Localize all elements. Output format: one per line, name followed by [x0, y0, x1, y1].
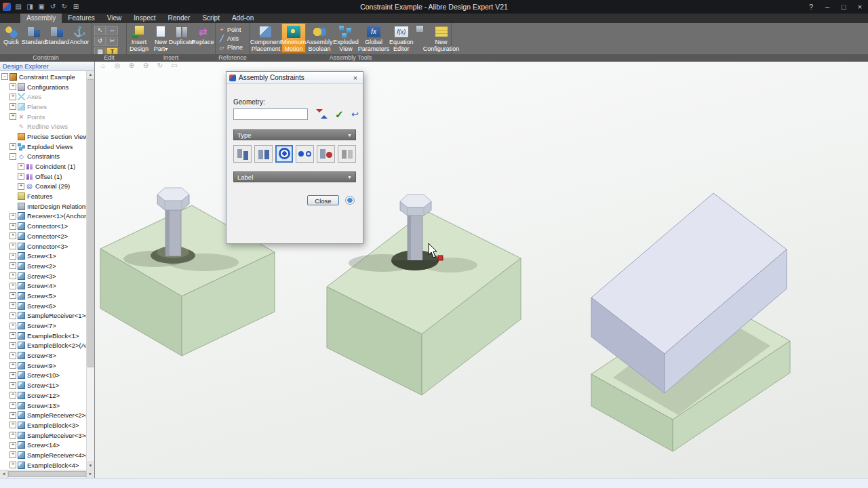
- expand-toggle[interactable]: +: [9, 382, 16, 389]
- edit-scale-icon[interactable]: [106, 26, 118, 35]
- close-button[interactable]: ×: [852, 0, 868, 14]
- tab-assembly[interactable]: Assembly: [20, 14, 62, 23]
- mate-constraint-icon[interactable]: [233, 145, 252, 163]
- expand-toggle[interactable]: +: [9, 451, 16, 458]
- expand-toggle[interactable]: +: [18, 183, 24, 190]
- standard-constraint-button[interactable]: Standard: [22, 23, 45, 53]
- collapse-toggle[interactable]: -: [9, 153, 16, 160]
- tree-item[interactable]: -Constraints: [0, 152, 87, 162]
- edit-rotate-icon[interactable]: [94, 37, 106, 46]
- exploded-view-button[interactable]: Exploded View: [333, 23, 359, 53]
- expand-toggle[interactable]: +: [9, 302, 16, 309]
- tab-view[interactable]: View: [101, 14, 128, 23]
- explorer-horizontal-scrollbar[interactable]: ◄ ►: [0, 470, 94, 478]
- tree-item[interactable]: +Screw<5>: [0, 291, 87, 301]
- expand-toggle[interactable]: +: [9, 412, 16, 419]
- 3d-viewport[interactable]: [95, 62, 868, 478]
- scroll-down-button[interactable]: ▼: [87, 462, 94, 470]
- open-icon[interactable]: [26, 3, 34, 11]
- expand-toggle[interactable]: +: [9, 272, 16, 279]
- tree-item[interactable]: +Screw<8>: [0, 350, 87, 361]
- tree-item[interactable]: +ExampleBlock<2>(Anc: [0, 341, 87, 351]
- tree-item[interactable]: +Screw<3>: [0, 271, 87, 281]
- tree-item[interactable]: +ExampleBlock<4>: [0, 460, 87, 470]
- equation-editor-button[interactable]: f(x) Equation Editor: [389, 23, 414, 53]
- redo-icon[interactable]: [60, 3, 68, 11]
- scroll-right-button[interactable]: ►: [86, 470, 94, 478]
- tree-item[interactable]: +Connector<3>: [0, 241, 87, 251]
- tree-item[interactable]: +Planes: [0, 102, 87, 112]
- dialog-close-button[interactable]: ×: [351, 74, 360, 82]
- tree-item[interactable]: InterDesign Relations: [0, 201, 87, 211]
- expand-toggle[interactable]: +: [9, 243, 16, 249]
- tree-item[interactable]: +Offset (1): [0, 171, 87, 182]
- tree-item[interactable]: +Coaxial (29): [0, 182, 87, 192]
- expand-toggle[interactable]: +: [9, 143, 16, 150]
- expand-toggle[interactable]: +: [18, 163, 24, 170]
- assembly-right-blocks[interactable]: [591, 193, 790, 451]
- tree-item[interactable]: +Points: [0, 112, 87, 122]
- tab-addon[interactable]: Add-on: [226, 14, 260, 23]
- tree-item[interactable]: +SampleReceiver<1>(A: [0, 311, 87, 321]
- edit-trim-icon[interactable]: [106, 37, 118, 46]
- geometry-pick-arrows-button[interactable]: [315, 108, 328, 120]
- tangent-constraint-icon[interactable]: [317, 145, 335, 163]
- fixed-constraint-icon[interactable]: [338, 145, 356, 163]
- tree-item[interactable]: +Screw<4>: [0, 281, 87, 291]
- expand-toggle[interactable]: +: [9, 442, 16, 449]
- tab-inspect[interactable]: Inspect: [127, 14, 161, 23]
- zoom-in-icon[interactable]: [127, 62, 136, 70]
- expand-toggle[interactable]: +: [9, 213, 16, 220]
- quick-constraint-button[interactable]: Quick: [0, 23, 22, 53]
- expand-toggle[interactable]: +: [9, 352, 16, 359]
- tree-item[interactable]: +SampleReceiver<4>(A: [0, 450, 87, 460]
- hscrollbar-thumb[interactable]: [8, 471, 86, 477]
- expand-toggle[interactable]: +: [9, 362, 16, 369]
- undo-constraint-button[interactable]: ↩: [347, 108, 361, 120]
- tree-item[interactable]: +Screw<1>: [0, 251, 87, 261]
- expand-toggle[interactable]: +: [9, 232, 16, 239]
- tree-item[interactable]: +Screw<7>: [0, 321, 87, 331]
- insert-design-button[interactable]: Insert Design: [127, 23, 151, 53]
- view-presets-icon[interactable]: [170, 62, 178, 70]
- dialog-close-action-button[interactable]: Close: [307, 195, 339, 205]
- coaxial-constraint-icon[interactable]: [275, 145, 294, 163]
- orbit-icon[interactable]: [113, 62, 121, 70]
- global-parameters-button[interactable]: fx Global Parameters: [359, 23, 389, 53]
- duplicate-button[interactable]: Duplicate: [170, 23, 193, 53]
- anchor-button[interactable]: Anchor: [68, 23, 90, 53]
- maximize-button[interactable]: □: [835, 0, 852, 14]
- scroll-left-button[interactable]: ◄: [0, 470, 8, 478]
- expand-toggle[interactable]: +: [9, 402, 16, 409]
- help-window-button[interactable]: ?: [803, 0, 819, 14]
- component-placement-button[interactable]: Component Placement: [250, 23, 281, 53]
- tree-item[interactable]: Redline Views: [0, 121, 87, 131]
- minimum-motion-button[interactable]: Minimum Motion: [281, 23, 306, 53]
- expand-toggle[interactable]: +: [9, 283, 16, 289]
- tree-item[interactable]: +Configurations: [0, 82, 87, 92]
- tree-item[interactable]: +Connector<1>: [0, 221, 87, 231]
- tab-render[interactable]: Render: [162, 14, 197, 23]
- tree-item[interactable]: +Receiver<1>(Anchored: [0, 211, 87, 222]
- expand-toggle[interactable]: +: [9, 113, 16, 120]
- replace-button[interactable]: Replace: [193, 23, 213, 53]
- tree-item[interactable]: +Connector<2>: [0, 231, 87, 241]
- tree-item[interactable]: +Screw<2>: [0, 261, 87, 271]
- expand-toggle[interactable]: +: [9, 323, 16, 329]
- dialog-title-bar[interactable]: Assembly Constraints ×: [226, 72, 363, 84]
- tree-item[interactable]: +Screw<9>: [0, 361, 87, 371]
- 3d-scene[interactable]: [95, 62, 868, 478]
- tree-item[interactable]: +ExampleBlock<1>: [0, 331, 87, 341]
- expand-toggle[interactable]: +: [9, 422, 16, 428]
- expand-toggle[interactable]: +: [9, 392, 16, 399]
- expand-toggle[interactable]: +: [9, 432, 16, 439]
- minimize-button[interactable]: –: [819, 0, 835, 14]
- tree-item[interactable]: +ExampleBlock<3>: [0, 420, 87, 430]
- expand-toggle[interactable]: +: [9, 103, 16, 110]
- standard-reposition-button[interactable]: Standard: [45, 23, 68, 53]
- tab-script[interactable]: Script: [196, 14, 226, 23]
- tree-item[interactable]: Precise Section Views: [0, 131, 87, 142]
- expand-toggle[interactable]: +: [9, 223, 16, 230]
- workspace-icon[interactable]: [72, 3, 80, 11]
- reference-point-button[interactable]: Point: [216, 25, 244, 34]
